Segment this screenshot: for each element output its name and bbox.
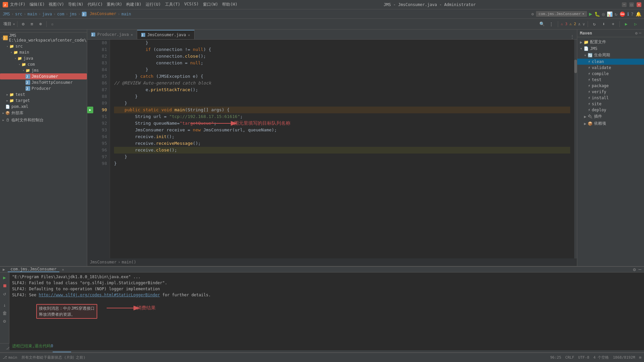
maven-close-icon[interactable]: ─ — [639, 31, 641, 36]
expand-collapse-btn2[interactable]: ∨ — [583, 22, 585, 26]
maven-item-lifecycle[interactable]: ▾ 🔄 生命周期 — [577, 52, 644, 59]
expand-collapse-btn[interactable]: ∧ — [578, 22, 581, 26]
search-toolbar-btn[interactable]: 🔍 — [538, 20, 546, 28]
maven-item-jms[interactable]: ▾ 📄 JMS — [577, 46, 644, 52]
refresh-btn[interactable]: ↻ — [591, 20, 598, 28]
maven-item-test[interactable]: ⚡ test — [577, 77, 644, 83]
maven-item-config[interactable]: ▶ 📁 配置文件 — [577, 39, 644, 46]
maven-item-validate[interactable]: ⚡ validate — [577, 65, 644, 71]
sidebar-item-jmsconsumer[interactable]: J JmsConsumer — [0, 73, 87, 79]
run-line-icon[interactable]: ▶ — [87, 107, 93, 113]
project-dropdown-icon[interactable]: ▾ — [13, 22, 15, 26]
maven-item-compile[interactable]: ⚡ compile — [577, 71, 644, 77]
sidebar-item-external[interactable]: ▶ 📦 外部库 — [0, 110, 87, 117]
nav-item-main[interactable]: main — [28, 12, 37, 16]
menu-nav[interactable]: 导航(N) — [68, 2, 84, 7]
sidebar-item-jms2[interactable]: ▾ 📁 jms — [0, 67, 87, 73]
menu-build[interactable]: 构建(B) — [126, 2, 142, 7]
run-scroll-end-btn[interactable]: ↓ — [1, 301, 8, 309]
profile-icon[interactable]: 📊 — [607, 11, 612, 17]
menu-run[interactable]: 运行(U) — [146, 2, 161, 7]
error-count[interactable]: ⚠ 3 — [561, 22, 568, 26]
menu-edit[interactable]: 编辑(E) — [30, 2, 45, 7]
tab-close-producer[interactable]: ✕ — [131, 33, 133, 37]
run-settings-btn[interactable]: ⚙ — [1, 317, 8, 325]
maven-item-package[interactable]: ⚡ package — [577, 83, 644, 89]
run-stop-btn[interactable]: ⏹ — [1, 282, 8, 289]
breadcrumb-main[interactable]: main() — [122, 260, 136, 264]
more-btn[interactable]: ☆ — [49, 20, 56, 28]
scrollbar-thumb[interactable] — [574, 60, 577, 73]
tab-jmsconsumer[interactable]: J JmsConsumer.java ✕ — [137, 30, 195, 39]
more-actions-btn[interactable]: ⋮ — [548, 20, 555, 28]
sidebar-item-target[interactable]: ▶ 📁 target — [0, 98, 87, 104]
sidebar-item-scratch[interactable]: ▶ 🗒 临时文件和控制台 — [0, 117, 87, 124]
debug-icon[interactable]: 🐛 — [594, 11, 600, 17]
sidebar-item-jms[interactable]: ▾ J JMS E:\idea_workspace\afcenter_code\… — [0, 33, 87, 43]
tab-producer[interactable]: J Producer.java ✕ — [87, 30, 137, 39]
maven-item-verify[interactable]: ⚡ verify — [577, 89, 644, 95]
menu-refactor[interactable]: 重构(R) — [107, 2, 122, 7]
close-run-tab[interactable]: ✕ — [62, 267, 64, 272]
sidebar-item-jmstohttpconsumer[interactable]: J JmsToHttpConsumer — [0, 79, 87, 85]
menu-file[interactable]: 文件(F) — [10, 2, 25, 7]
maven-item-clean[interactable]: ⚡ clean — [577, 59, 644, 65]
run-config-selector[interactable]: com.jms.JmsConsumer ▾ — [536, 11, 587, 17]
sidebar-item-test[interactable]: ▶ 📁 test — [0, 92, 87, 98]
maven-settings-icon[interactable]: ⚙ — [635, 31, 638, 36]
menu-help[interactable]: 帮助(H) — [222, 2, 237, 7]
minimize-button[interactable]: ─ — [622, 2, 627, 7]
settings-icon[interactable]: ⚙ — [531, 12, 534, 16]
run-icon[interactable]: ▶ — [589, 11, 592, 17]
expand-btn[interactable]: ⊕ — [37, 20, 44, 28]
menu-window[interactable]: 窗口(W) — [203, 2, 218, 7]
warning-count[interactable]: ⚠ 2 — [570, 22, 576, 26]
sidebar-item-src[interactable]: ▾ 📁 src — [0, 43, 87, 49]
nav-item-main2[interactable]: main — [121, 12, 131, 16]
maven-item-deps[interactable]: ▶ 📦 依赖项 — [577, 120, 644, 127]
nav-item-src[interactable]: src — [15, 12, 22, 16]
coverage-icon[interactable]: ◎ — [602, 11, 605, 17]
run-panel-settings[interactable]: ⚙ — [633, 267, 636, 272]
sidebar-item-com[interactable]: ▾ 📁 com — [0, 61, 87, 67]
code-editor[interactable]: ▶ 80 81 82 83 84 85 — [87, 40, 577, 258]
slf4j-link[interactable]: http://www.slf4j.org/codes.html#StaticLo… — [39, 293, 160, 297]
stop-icon[interactable]: ⛔ — [620, 11, 625, 17]
menu-vcs[interactable]: VCS(S) — [184, 2, 199, 7]
sync-icon[interactable]: ↻ — [614, 11, 617, 17]
nav-item-com[interactable]: com — [57, 12, 64, 16]
maven-item-plugins[interactable]: ▶ 🔌 插件 — [577, 113, 644, 120]
run-selected-btn[interactable]: ▷ — [632, 20, 639, 28]
line-ending[interactable]: CRLF — [565, 355, 574, 360]
indent-setting[interactable]: 4 个空格 — [593, 355, 609, 360]
maven-item-site[interactable]: ⚡ site — [577, 101, 644, 107]
close-button[interactable]: ✕ — [637, 2, 641, 7]
question-icon[interactable]: ? — [631, 11, 634, 17]
run-tab[interactable]: com.jms.JmsConsumer — [8, 267, 59, 272]
align-btn[interactable]: ≡ — [28, 20, 36, 28]
sidebar-item-producer[interactable]: J Producer — [0, 85, 87, 92]
nav-item-jmsconsumer[interactable]: J JmsConsumer — [82, 11, 116, 16]
sidebar-item-java[interactable]: ▾ 📁 java — [0, 55, 87, 61]
encoding[interactable]: UTF-8 — [578, 355, 589, 360]
run-panel-close[interactable]: ─ — [639, 267, 641, 272]
cursor-position[interactable]: 96:25 — [550, 355, 561, 360]
run-all-btn[interactable]: ▶ — [623, 20, 630, 28]
menu-code[interactable]: 代码(C) — [88, 2, 103, 7]
gutter-90[interactable]: ▶ — [87, 107, 93, 113]
run-rerun-btn[interactable]: ↺ — [1, 290, 8, 297]
info-icon[interactable]: ℹ — [627, 11, 629, 17]
nav-item-jms2[interactable]: jms — [69, 12, 77, 16]
more-tabs-icon[interactable]: ⋮ — [570, 35, 574, 39]
maven-item-install[interactable]: ⚡ install — [577, 95, 644, 101]
menu-view[interactable]: 视图(V) — [49, 2, 64, 7]
maximize-button[interactable]: □ — [629, 2, 634, 7]
breadcrumb-jmsconsumer[interactable]: JmsConsumer — [90, 260, 116, 264]
notification-icon[interactable]: 🔔 — [636, 11, 641, 17]
sidebar-item-main[interactable]: ▾ 📁 main — [0, 49, 87, 55]
sidebar-item-pom[interactable]: 📄 pom.xml — [0, 104, 87, 110]
menu-tools[interactable]: 工具(T) — [165, 2, 180, 7]
nav-item-java[interactable]: java — [42, 12, 52, 16]
editor-scrollbar[interactable] — [574, 40, 577, 258]
settings-toolbar-btn[interactable]: ⚙ — [19, 20, 27, 28]
